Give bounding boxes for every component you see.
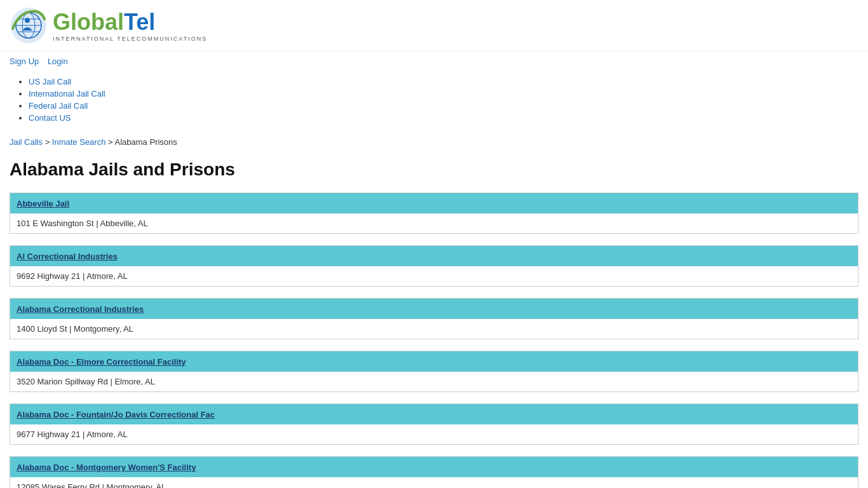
logo-text: GlobalTel INTERNATIONAL TELECOMMUNICATIO…	[53, 9, 207, 42]
logo-sub: INTERNATIONAL TELECOMMUNICATIONS	[53, 36, 207, 42]
auth-links: Sign Up Login	[0, 51, 868, 71]
nav-item-contact: Contact US	[29, 112, 858, 123]
facility-name-link[interactable]: Abbeville Jail	[17, 199, 69, 208]
logo-tel: Tel	[124, 9, 155, 35]
facility-name-link[interactable]: Alabama Doc - Montgomery Women'S Facilit…	[17, 463, 196, 472]
nav-link-us-jail[interactable]: US Jail Call	[29, 77, 71, 86]
facility-card: Alabama Correctional Industries1400 Lloy…	[10, 298, 858, 339]
facility-name-link[interactable]: Alabama Correctional Industries	[17, 304, 144, 314]
breadcrumb: Jail Calls > Inmate Search > Alabama Pri…	[0, 131, 868, 153]
facility-header: Alabama Doc - Montgomery Women'S Facilit…	[10, 457, 858, 477]
logo-main: GlobalTel	[53, 9, 207, 36]
facility-card: Al Correctional Industries9692 Highway 2…	[10, 245, 858, 287]
facility-header: Alabama Doc - Elmore Correctional Facili…	[10, 351, 858, 372]
facility-card: Alabama Doc - Elmore Correctional Facili…	[10, 351, 858, 392]
page-title: Alabama Jails and Prisons	[10, 159, 858, 180]
facility-address: 3520 Marion Spillway Rd | Elmore, AL	[10, 372, 858, 391]
facility-name-link[interactable]: Alabama Doc - Elmore Correctional Facili…	[17, 357, 186, 367]
facility-address: 9677 Highway 21 | Atmore, AL	[10, 424, 858, 444]
facility-name-link[interactable]: Alabama Doc - Fountain/Jo Davis Correcti…	[17, 410, 215, 419]
login-link[interactable]: Login	[48, 57, 68, 66]
nav: US Jail Call International Jail Call Fed…	[0, 71, 868, 131]
breadcrumb-separator-2: >	[108, 137, 115, 147]
facility-card: Alabama Doc - Fountain/Jo Davis Correcti…	[10, 403, 858, 445]
facility-header: Abbeville Jail	[10, 193, 858, 214]
facilities-list: Abbeville Jail101 E Washington St | Abbe…	[0, 193, 868, 488]
nav-item-federal-jail: Federal Jail Call	[29, 100, 858, 111]
facility-address: 9692 Highway 21 | Atmore, AL	[10, 266, 858, 286]
svg-point-6	[25, 18, 30, 23]
signup-link[interactable]: Sign Up	[10, 57, 39, 66]
facility-header: Alabama Doc - Fountain/Jo Davis Correcti…	[10, 404, 858, 424]
breadcrumb-separator-1: >	[45, 137, 52, 147]
facility-name-link[interactable]: Al Correctional Industries	[17, 252, 118, 261]
logo-area: GlobalTel INTERNATIONAL TELECOMMUNICATIO…	[10, 6, 858, 44]
nav-item-us-jail: US Jail Call	[29, 76, 858, 86]
logo-global: Global	[53, 9, 124, 35]
facility-header: Al Correctional Industries	[10, 246, 858, 266]
facility-address: 1400 Lloyd St | Montgomery, AL	[10, 319, 858, 339]
logo-icon	[10, 6, 48, 44]
breadcrumb-inmate-search[interactable]: Inmate Search	[52, 137, 106, 147]
breadcrumb-jail-calls[interactable]: Jail Calls	[10, 137, 43, 147]
page-title-container: Alabama Jails and Prisons	[0, 153, 868, 193]
facility-header: Alabama Correctional Industries	[10, 299, 858, 319]
header: GlobalTel INTERNATIONAL TELECOMMUNICATIO…	[0, 0, 868, 51]
nav-item-intl-jail: International Jail Call	[29, 88, 858, 98]
facility-card: Alabama Doc - Montgomery Women'S Facilit…	[10, 456, 858, 488]
nav-link-federal-jail[interactable]: Federal Jail Call	[29, 101, 88, 111]
facility-address: 12085 Wares Ferry Rd | Montgomery, AL	[10, 477, 858, 488]
breadcrumb-current: Alabama Prisons	[115, 137, 177, 147]
facility-card: Abbeville Jail101 E Washington St | Abbe…	[10, 193, 858, 234]
facility-address: 101 E Washington St | Abbeville, AL	[10, 214, 858, 233]
nav-list: US Jail Call International Jail Call Fed…	[10, 76, 858, 123]
nav-link-contact[interactable]: Contact US	[29, 113, 71, 123]
nav-link-intl-jail[interactable]: International Jail Call	[29, 89, 105, 98]
